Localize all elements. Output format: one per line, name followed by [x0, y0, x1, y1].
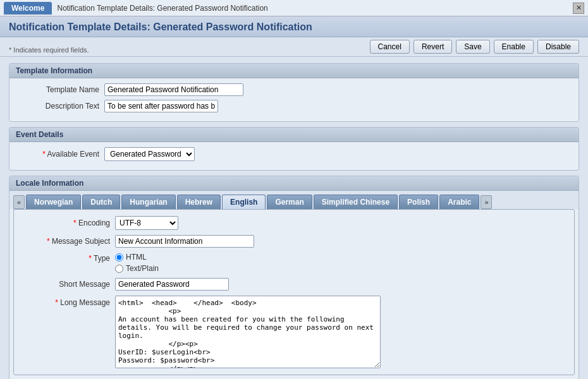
page-header: Notification Template Details: Generated…	[0, 16, 588, 37]
message-subject-label: Message Subject	[20, 237, 115, 246]
tab-dutch[interactable]: Dutch	[82, 195, 120, 209]
tab-polish[interactable]: Polish	[399, 195, 438, 209]
revert-button[interactable]: Revert	[413, 40, 452, 54]
tab-english[interactable]: English	[222, 195, 266, 209]
encoding-select[interactable]: UTF-8 ISO-8859-1 UTF-16	[115, 216, 178, 230]
event-details-body: Available Event Generated Password Accou…	[9, 142, 579, 170]
type-html-option[interactable]: HTML	[115, 253, 159, 262]
locale-tabs-container: « Norwegian Dutch Hungarian Hebrew Engli…	[9, 191, 579, 209]
tab-content-english: Encoding UTF-8 ISO-8859-1 UTF-16 Message…	[13, 209, 575, 375]
tab-german[interactable]: German	[267, 195, 312, 209]
message-subject-input[interactable]	[115, 235, 254, 248]
welcome-tab[interactable]: Welcome	[4, 2, 52, 15]
template-name-input[interactable]	[104, 83, 243, 96]
tab-hebrew[interactable]: Hebrew	[177, 195, 221, 209]
long-message-textarea[interactable]: <html> <head> </head> <body> <p> An acco…	[115, 296, 381, 368]
type-text-label: Text/Plain	[126, 264, 159, 273]
type-text-radio[interactable]	[115, 265, 123, 273]
type-label: Type	[20, 253, 115, 263]
template-name-row: Template Name	[16, 83, 572, 96]
encoding-row: Encoding UTF-8 ISO-8859-1 UTF-16	[20, 216, 568, 230]
prev-tab-arrow[interactable]: «	[13, 195, 25, 209]
description-row: Description Text	[16, 100, 572, 112]
tab-simplified-chinese[interactable]: Simplified Chinese	[314, 195, 398, 209]
description-label: Description Text	[16, 102, 104, 111]
message-subject-row: Message Subject	[20, 235, 568, 248]
template-name-label: Template Name	[16, 85, 104, 94]
short-message-input[interactable]	[115, 278, 229, 291]
save-button[interactable]: Save	[456, 40, 489, 54]
type-html-radio[interactable]	[115, 253, 123, 262]
available-event-label: Available Event	[16, 150, 104, 159]
type-text-option[interactable]: Text/Plain	[115, 264, 159, 273]
long-message-row: Long Message <html> <head> </head> <body…	[20, 296, 568, 368]
available-event-dropdown-wrapper: Generated Password Account Created Passw…	[104, 147, 195, 161]
encoding-label: Encoding	[20, 219, 115, 227]
template-information-section: Template Information Template Name Descr…	[9, 63, 579, 122]
page-title: Notification Template Details: Generated…	[9, 21, 579, 33]
locale-information-header: Locale Information	[9, 176, 579, 191]
long-message-label: Long Message	[20, 296, 115, 307]
available-event-select[interactable]: Generated Password Account Created Passw…	[104, 147, 195, 161]
available-event-row: Available Event Generated Password Accou…	[16, 147, 572, 161]
template-information-header: Template Information	[9, 64, 579, 78]
title-bar-text: Notification Template Details: Generated…	[57, 4, 267, 13]
action-bar: * Indicates required fields. Cancel Reve…	[0, 37, 588, 57]
cancel-button[interactable]: Cancel	[370, 40, 410, 54]
tab-arabic[interactable]: Arabic	[439, 195, 479, 209]
main-content: Template Information Template Name Descr…	[0, 57, 588, 379]
template-information-body: Template Name Description Text	[9, 78, 579, 121]
close-icon[interactable]: ✕	[573, 3, 584, 14]
enable-button[interactable]: Enable	[494, 40, 534, 54]
type-radio-group: HTML Text/Plain	[115, 253, 159, 273]
type-row: Type HTML Text/Plain	[20, 253, 568, 273]
event-details-header: Event Details	[9, 128, 579, 142]
required-note: * Indicates required fields.	[9, 46, 89, 54]
tab-hungarian[interactable]: Hungarian	[121, 195, 175, 209]
type-html-label: HTML	[126, 253, 147, 262]
disable-button[interactable]: Disable	[537, 40, 579, 54]
description-input[interactable]	[104, 100, 218, 112]
event-details-section: Event Details Available Event Generated …	[9, 127, 579, 171]
next-tab-arrow[interactable]: »	[481, 195, 492, 209]
locale-information-section: Locale Information « Norwegian Dutch Hun…	[9, 176, 579, 379]
title-bar: Welcome Notification Template Details: G…	[0, 0, 588, 16]
short-message-row: Short Message	[20, 278, 568, 291]
short-message-label: Short Message	[20, 280, 115, 289]
tab-norwegian[interactable]: Norwegian	[26, 195, 81, 209]
